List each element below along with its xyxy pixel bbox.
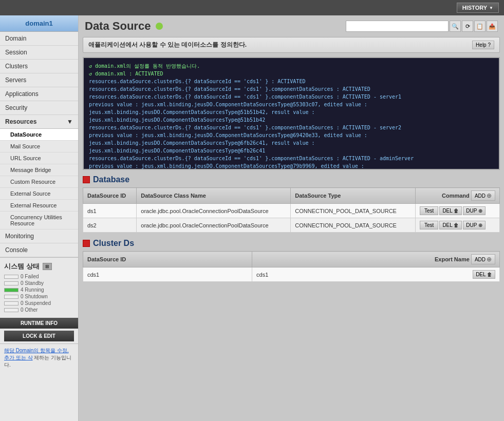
dup-button[interactable]: DUP ⊕ [463, 206, 486, 215]
db-col-class: DataSource Class Name [137, 188, 291, 204]
cl-col-id: DataSource ID [83, 252, 252, 267]
log-line: resources.dataSource.clusterDs.{? dataSo… [89, 93, 494, 101]
search-bar: 🔍 ⟳ 📋 📤 [346, 21, 498, 32]
command-header-label: Command [442, 193, 470, 199]
sys-status-label: 시스템 상태 [4, 262, 40, 271]
db-row-class: oracle.jdbc.pool.OracleConnectionPoolDat… [137, 218, 291, 233]
runtime-info-button[interactable]: RUNTIME INFO [0, 318, 78, 329]
failed-bar [4, 275, 18, 279]
sys-status-icon-btn[interactable]: ⊞ [43, 263, 52, 270]
db-row-class: oracle.jdbc.pool.OracleConnectionPoolDat… [137, 204, 291, 218]
sidebar-item-applications[interactable]: Applications [0, 87, 78, 101]
database-section-title: Database [93, 175, 129, 184]
shutdown-label: 0 Shutdown [21, 294, 48, 299]
cluster-section-header: Cluster Ds [83, 239, 500, 248]
status-row-standby: 0 Standby [4, 280, 74, 286]
content-inner: Data Source 🔍 ⟳ 📋 📤 애플리케이션에서 사용할 수 있는 데이… [79, 15, 504, 292]
database-add-button[interactable]: ADD ⊕ [471, 190, 495, 201]
other-label: 0 Other [21, 307, 38, 313]
resources-arrow-icon: ▼ [67, 118, 73, 125]
sidebar-sub-messagebridge[interactable]: Message Bridge [0, 164, 78, 176]
sys-status-title: 시스템 상태 ⊞ [4, 262, 74, 271]
export-header-label: Export Name [435, 256, 470, 262]
sys-status: 시스템 상태 ⊞ 0 Failed 0 Standby 4 Running 0 … [0, 257, 78, 318]
cluster-add-button[interactable]: ADD ⊕ [471, 254, 495, 264]
sidebar-sub-externalresource[interactable]: External Resource [0, 200, 78, 212]
cl-col-export: Export Name ADD ⊕ [252, 252, 500, 267]
top-bar: HISTORY ▼ [0, 0, 504, 15]
sidebar-item-security[interactable]: Security [0, 101, 78, 115]
history-button[interactable]: HISTORY ▼ [457, 3, 499, 13]
status-row-shutdown: 0 Shutdown [4, 294, 74, 299]
log-line: previous value : jeus.xml.binding.jeusDO… [89, 162, 494, 170]
action-btn-3[interactable]: 📤 [487, 21, 498, 32]
main-layout: domain1 Domain Session Clusters Servers … [0, 15, 504, 421]
failed-label: 0 Failed [21, 274, 39, 279]
running-label: 4 Running [21, 287, 44, 293]
cl-del-button[interactable]: DEL 🗑 [473, 270, 495, 279]
cluster-section-title: Cluster Ds [93, 239, 134, 248]
sidebar-sub-customresource[interactable]: Custom Resource [0, 176, 78, 188]
sidebar-item-servers[interactable]: Servers [0, 73, 78, 87]
table-row: ds2 oracle.jdbc.pool.OracleConnectionPoo… [83, 218, 500, 233]
status-row-suspended: 0 Suspended [4, 300, 74, 306]
sidebar-item-console[interactable]: Console [0, 243, 78, 257]
database-section-icon [83, 176, 90, 183]
database-section-header: Database [83, 175, 500, 184]
sidebar-item-session[interactable]: Session [0, 46, 78, 60]
db-row-id: ds1 [83, 204, 137, 218]
table-row: cds1 cds1 DEL 🗑 [83, 267, 500, 282]
del-button[interactable]: DEL 🗑 [439, 221, 462, 229]
shutdown-bar [4, 295, 18, 299]
history-label: HISTORY [462, 5, 487, 11]
database-table: DataSource ID DataSource Class Name Data… [83, 187, 500, 233]
dup-button[interactable]: DUP ⊕ [463, 221, 486, 229]
sidebar-sub-concurrency[interactable]: Concurrency Utilities Resource [0, 212, 78, 229]
domain-title[interactable]: domain1 [0, 15, 78, 32]
db-row-command: Test DEL 🗑 DUP ⊕ [416, 218, 500, 233]
standby-label: 0 Standby [21, 280, 44, 286]
sidebar-item-domain[interactable]: Domain [0, 32, 78, 46]
log-line: resources.dataSource.clusterDs.{? dataSo… [89, 155, 494, 162]
action-btn-1[interactable]: ⟳ [462, 21, 473, 32]
cl-add-label: ADD [475, 257, 486, 262]
status-dot-icon [156, 23, 163, 30]
cluster-section-icon [83, 240, 90, 247]
sidebar-sub-datasource[interactable]: DataSource [0, 129, 78, 141]
status-row-running: 4 Running [4, 287, 74, 293]
history-arrow-icon: ▼ [489, 6, 493, 10]
sidebar-item-clusters[interactable]: Clusters [0, 60, 78, 73]
sidebar-section-resources[interactable]: Resources ▼ [0, 115, 78, 129]
sidebar: domain1 Domain Session Clusters Servers … [0, 15, 79, 421]
log-line: resources.dataSource.clusterDs.{? dataSo… [89, 78, 494, 85]
sidebar-note: 해당 Domain의 항목을 수정, 추가 또는 삭 제하는 기능입니다. [0, 343, 78, 372]
page-title: Data Source [85, 20, 151, 33]
log-area: ↺ domain.xml의 설정를 동적 반영했습니다.↺ domain.xml… [83, 57, 500, 170]
sidebar-sub-externalsource[interactable]: External Source [0, 188, 78, 200]
search-input[interactable] [346, 21, 449, 32]
search-button[interactable]: 🔍 [450, 21, 461, 32]
content-area: Data Source 🔍 ⟳ 📋 📤 애플리케이션에서 사용할 수 있는 데이… [79, 15, 504, 421]
page-title-area: Data Source [85, 20, 163, 33]
status-row-other: 0 Other [4, 307, 74, 313]
cl-row-id: cds1 [83, 267, 252, 282]
running-bar [4, 288, 18, 292]
help-button[interactable]: Help ? [472, 41, 494, 49]
sidebar-sub-mailsource[interactable]: Mail Source [0, 141, 78, 152]
sidebar-sub-urlsource[interactable]: URL Source [0, 152, 78, 164]
test-button[interactable]: Test [420, 206, 438, 215]
test-button[interactable]: Test [420, 221, 438, 229]
db-add-label: ADD [475, 193, 486, 199]
log-line: ↺ domain.xml : ACTIVATED [89, 70, 494, 78]
lock-edit-button[interactable]: LOCK & EDIT [4, 331, 74, 341]
resources-label: Resources [5, 118, 36, 125]
log-line: jeus.xml.binding.jeusDO.ComponentDataSou… [89, 147, 494, 155]
log-line: ↺ domain.xml의 설정를 동적 반영했습니다. [89, 62, 494, 70]
del-button[interactable]: DEL 🗑 [439, 206, 462, 215]
sidebar-item-monitoring[interactable]: Monitoring [0, 229, 78, 243]
log-line: jeus.xml.binding.jeusDO.ComponentDataSou… [89, 116, 494, 124]
standby-bar [4, 281, 18, 285]
cl-row-export: cds1 DEL 🗑 [252, 267, 500, 282]
action-btn-2[interactable]: 📋 [474, 21, 486, 32]
cl-export-name: cds1 [256, 272, 268, 278]
